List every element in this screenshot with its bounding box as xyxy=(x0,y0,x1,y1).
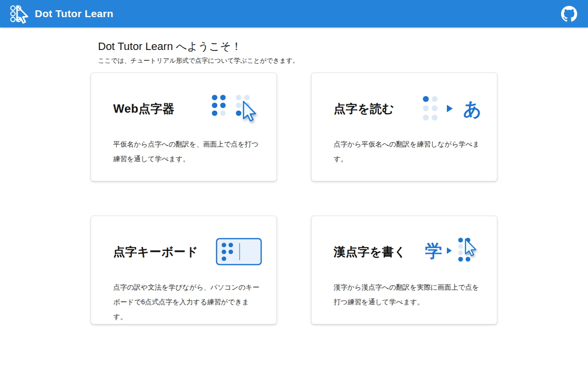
app-title: Dot Tutor Learn xyxy=(35,8,113,20)
card-title: 点字を読む xyxy=(334,101,394,117)
kanji-gaku-glyph: 学 xyxy=(425,241,442,260)
app-logo-icon xyxy=(9,3,28,24)
github-link[interactable] xyxy=(561,6,577,22)
app-header: Dot Tutor Learn xyxy=(0,0,588,27)
card-read-braille[interactable]: 点字を読む あ 点字から平仮名への翻訳を練習しながら学べます。 xyxy=(311,73,497,181)
card-description: 点字から平仮名への翻訳を練習しながら学べます。 xyxy=(334,137,483,166)
tutorial-card-grid: Web点字器 平仮名から xyxy=(91,73,497,324)
braille-cells-cursor-icon xyxy=(208,90,263,127)
card-braille-keyboard[interactable]: 点字キーボード 点字の訳や文法を学びながら、パソコンのキーボードで6点式点字を入… xyxy=(91,216,277,324)
card-title: 点字キーボード xyxy=(113,244,198,260)
card-description: 平仮名から点字への翻訳を、画面上で点を打つ練習を通して学べます。 xyxy=(113,137,263,166)
card-title: 漢点字を書く xyxy=(334,244,406,260)
braille-keyboard-input-icon xyxy=(216,237,263,267)
kanji-to-braille-cursor-icon: 学 xyxy=(425,233,483,270)
main-content: Dot Tutor Learn へようこそ！ ここでは、チュートリアル形式で点字… xyxy=(91,39,497,324)
page-subtitle: ここでは、チュートリアル形式で点字について学ぶことができます。 xyxy=(98,56,497,65)
card-description: 漢字から漢点字への翻訳を実際に画面上で点を打つ練習を通して学べます。 xyxy=(334,280,483,309)
card-write-kanji-braille[interactable]: 漢点字を書く 学 漢字から漢点字への翻訳を実際に画面上で点を打つ練習を通して学べ… xyxy=(311,216,497,324)
braille-to-hiragana-icon: あ xyxy=(421,94,483,123)
arrow-right-icon xyxy=(447,247,452,254)
card-web-braille-writer[interactable]: Web点字器 平仮名から xyxy=(91,73,277,181)
card-title: Web点字器 xyxy=(113,101,174,117)
arrow-right-icon xyxy=(447,105,453,112)
page-title: Dot Tutor Learn へようこそ！ xyxy=(98,39,497,54)
card-description: 点字の訳や文法を学びながら、パソコンのキーボードで6点式点字を入力する練習ができ… xyxy=(113,280,263,324)
github-icon xyxy=(561,6,577,22)
mouse-cursor-icon xyxy=(244,101,256,121)
hiragana-a-glyph: あ xyxy=(463,99,482,119)
